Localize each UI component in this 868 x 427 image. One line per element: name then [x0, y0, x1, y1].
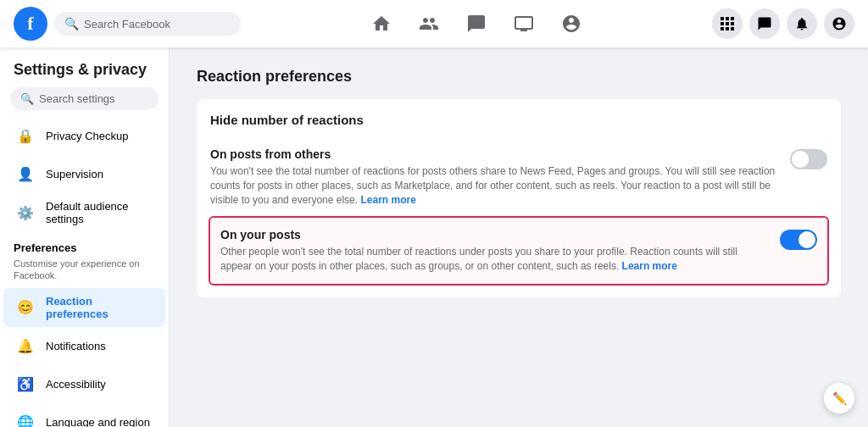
- notifications-icon: 🔔: [14, 335, 37, 358]
- page-title: Reaction preferences: [197, 68, 841, 86]
- sidebar-item-label: Reaction preferences: [46, 295, 155, 320]
- toggle-your-posts[interactable]: [780, 230, 817, 250]
- sidebar-item-language-region[interactable]: 🌐 Language and region: [3, 404, 165, 427]
- reaction-preferences-icon: 😊: [14, 296, 37, 319]
- nav-profile-button[interactable]: [551, 7, 592, 41]
- toggle-your-posts-slider: [780, 230, 817, 250]
- search-bar[interactable]: 🔍 Search Facebook: [54, 12, 241, 36]
- fb-logo-letter: f: [27, 13, 33, 35]
- nav-account-button[interactable]: [824, 8, 854, 39]
- sidebar-item-reaction-preferences[interactable]: 😊 Reaction preferences: [3, 288, 165, 327]
- nav-watch-button[interactable]: [504, 7, 544, 41]
- nav-messenger-button[interactable]: [456, 7, 497, 41]
- learn-more-link-2[interactable]: Learn more: [622, 260, 677, 272]
- search-icon: 🔍: [64, 17, 79, 30]
- sidebar-item-label: Language and region: [46, 416, 150, 427]
- search-placeholder: Search Facebook: [84, 18, 170, 30]
- nav-home-button[interactable]: [361, 7, 402, 41]
- sidebar: Settings & privacy 🔍 Search settings 🔒 P…: [0, 47, 170, 427]
- reaction-card: Hide number of reactions On posts from o…: [197, 99, 841, 297]
- sidebar-item-supervision[interactable]: 👤 Supervision: [3, 155, 165, 192]
- supervision-icon: 👤: [14, 162, 37, 186]
- card-title: Hide number of reactions: [210, 113, 827, 127]
- edit-pencil-button[interactable]: ✏️: [824, 383, 854, 413]
- sidebar-item-label: Default audience settings: [46, 200, 155, 225]
- default-audience-icon: ⚙️: [14, 201, 37, 225]
- privacy-checkup-icon: 🔒: [14, 124, 37, 147]
- sidebar-search[interactable]: 🔍 Search settings: [10, 87, 159, 110]
- sidebar-search-icon: 🔍: [20, 92, 34, 105]
- sidebar-item-notifications[interactable]: 🔔 Notifications: [3, 328, 165, 365]
- top-nav: f 🔍 Search Facebook: [0, 0, 868, 47]
- nav-grid-button[interactable]: [712, 8, 743, 39]
- sidebar-title: Settings & privacy: [0, 54, 169, 80]
- pref-text-from-others: On posts from others You won't see the t…: [210, 147, 790, 207]
- nav-bell-button[interactable]: [787, 8, 817, 39]
- pref-row-your-posts: On your posts Other people won't see the…: [209, 216, 829, 286]
- learn-more-link-1[interactable]: Learn more: [360, 194, 415, 206]
- language-icon: 🌐: [14, 411, 37, 427]
- sidebar-item-label: Supervision: [46, 168, 103, 180]
- body: Settings & privacy 🔍 Search settings 🔒 P…: [0, 47, 868, 427]
- edit-pencil-icon: ✏️: [832, 391, 847, 405]
- nav-left: f 🔍 Search Facebook: [14, 7, 241, 41]
- sidebar-item-accessibility[interactable]: ♿ Accessibility: [3, 366, 165, 403]
- pref-text-your-posts: On your posts Other people won't see the…: [220, 228, 780, 274]
- nav-right: [712, 8, 854, 39]
- toggle-from-others[interactable]: [790, 149, 827, 169]
- sidebar-item-privacy-checkup[interactable]: 🔒 Privacy Checkup: [3, 117, 165, 154]
- pref-row-title-from-others: On posts from others: [210, 147, 776, 161]
- sidebar-item-label: Accessibility: [46, 378, 106, 391]
- pref-row-title-your-posts: On your posts: [220, 228, 766, 241]
- sidebar-item-label: Privacy Checkup: [46, 130, 129, 142]
- sidebar-item-label: Notifications: [46, 340, 106, 352]
- sidebar-item-default-audience[interactable]: ⚙️ Default audience settings: [3, 193, 165, 232]
- preferences-section-subtitle: Customise your experience on Facebook.: [0, 258, 169, 287]
- app-container: f 🔍 Search Facebook: [0, 0, 868, 427]
- preferences-section-title: Preferences: [0, 233, 169, 258]
- pref-row-desc-your-posts: Other people won't see the total number …: [220, 245, 766, 274]
- nav-friends-button[interactable]: [409, 7, 449, 41]
- nav-messenger-dot-button[interactable]: [749, 8, 780, 39]
- nav-center: [241, 7, 712, 41]
- accessibility-icon: ♿: [14, 373, 37, 396]
- main-content: Reaction preferences Hide number of reac…: [170, 47, 868, 427]
- pref-row-desc-from-others: You won't see the total number of reacti…: [210, 164, 776, 207]
- pref-row-from-others: On posts from others You won't see the t…: [210, 137, 827, 218]
- sidebar-search-text: Search settings: [39, 92, 115, 105]
- facebook-logo[interactable]: f: [14, 7, 47, 41]
- toggle-from-others-slider: [790, 149, 827, 169]
